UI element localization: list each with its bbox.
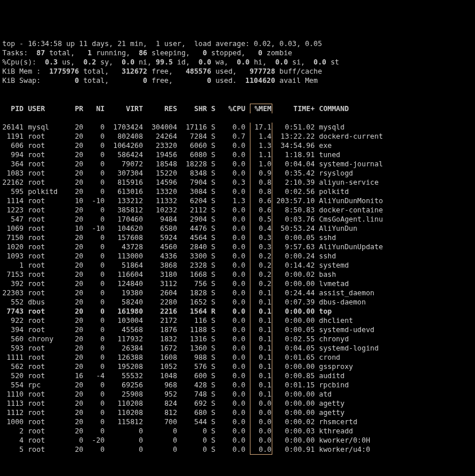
cell-res: 18548 bbox=[147, 159, 177, 169]
cell-user: polkitd bbox=[28, 187, 66, 196]
cell-cpu: 0.0 bbox=[224, 417, 245, 427]
cell-pr: 20 bbox=[70, 205, 83, 215]
cell-virt: 815916 bbox=[109, 178, 143, 187]
cell-pr: 10 bbox=[70, 196, 83, 205]
cell-mem: 0.2 bbox=[250, 270, 272, 279]
cell-mem: 0.1 bbox=[250, 307, 272, 316]
cell-ni: 0 bbox=[88, 159, 105, 169]
cell-cpu: 0.0 bbox=[224, 242, 245, 252]
cell-time: 0:00.00 bbox=[276, 307, 315, 316]
cell-res: 24264 bbox=[147, 132, 177, 141]
cell-time: 0:03.76 bbox=[276, 215, 315, 224]
cell-pid: 7743 bbox=[2, 307, 24, 316]
process-row: 606 root 20 0 1064260 23320 6060 S 0.0 1… bbox=[2, 141, 468, 150]
cell-ni: 0 bbox=[88, 445, 105, 454]
cell-state: S bbox=[211, 353, 220, 362]
cell-mem: 0.1 bbox=[250, 390, 272, 399]
cell-pr: 20 bbox=[70, 252, 83, 261]
cell-virt: 170460 bbox=[109, 215, 143, 224]
cell-mem: 0.3 bbox=[250, 242, 272, 252]
process-row: 595 polkitd 20 0 613016 13320 3084 S 0.0… bbox=[2, 187, 468, 196]
cell-time: 9:57.63 bbox=[276, 242, 315, 252]
cell-res: 304004 bbox=[147, 123, 177, 132]
cell-command: lvmetad bbox=[319, 279, 404, 288]
cell-virt: 69256 bbox=[109, 380, 143, 390]
cell-command: exe bbox=[319, 141, 404, 150]
cell-pid: 26141 bbox=[2, 123, 24, 132]
cell-shr: 1360 bbox=[181, 344, 207, 353]
cell-time: 0:00.03 bbox=[276, 427, 315, 436]
cell-user: dbus bbox=[28, 298, 66, 307]
cell-shr: 428 bbox=[181, 380, 207, 390]
cell-ni: 0 bbox=[88, 298, 105, 307]
cell-cpu: 0.0 bbox=[224, 141, 245, 150]
cell-pr: 20 bbox=[70, 261, 83, 270]
cell-res: 0 bbox=[147, 427, 177, 436]
cell-mem: 0.2 bbox=[250, 261, 272, 270]
cell-time: 0:00.85 bbox=[276, 371, 315, 380]
cell-shr: 2904 bbox=[181, 215, 207, 224]
cell-time: 0:00.24 bbox=[276, 252, 315, 261]
cell-ni: 0 bbox=[88, 279, 105, 288]
cell-pid: 547 bbox=[2, 215, 24, 224]
cell-state: S bbox=[211, 242, 220, 252]
cell-command: systemd-logind bbox=[319, 344, 404, 353]
cell-command: rsyslogd bbox=[319, 169, 404, 178]
cell-shr: 7284 bbox=[181, 132, 207, 141]
cell-ni: 0 bbox=[88, 141, 105, 150]
cell-pr: 20 bbox=[70, 362, 83, 371]
cell-command: AliYunDunMonito bbox=[319, 196, 404, 205]
cell-cpu: 0.0 bbox=[224, 215, 245, 224]
cell-cpu: 0.0 bbox=[224, 353, 245, 362]
cell-pid: 1111 bbox=[2, 353, 24, 362]
cell-user: root bbox=[28, 233, 66, 242]
cell-ni: -20 bbox=[88, 436, 105, 445]
cell-res: 824 bbox=[147, 399, 177, 408]
cell-time: 0:02.55 bbox=[276, 334, 315, 344]
cell-time: 0:00.00 bbox=[276, 316, 315, 325]
cell-ni: 0 bbox=[88, 390, 105, 399]
cell-ni: 0 bbox=[88, 399, 105, 408]
cell-pr: 20 bbox=[70, 132, 83, 141]
cell-command: agetty bbox=[319, 408, 404, 417]
cell-command: bash bbox=[319, 270, 404, 279]
cell-virt: 113000 bbox=[109, 252, 143, 261]
cell-res: 1048 bbox=[147, 371, 177, 380]
cell-pr: 20 bbox=[70, 159, 83, 169]
cell-user: root bbox=[28, 325, 66, 334]
cell-virt: 79072 bbox=[109, 159, 143, 169]
process-row: 2 root 20 0 0 0 0 S 0.0 0.0 0:00.03 kthr… bbox=[2, 427, 468, 436]
cell-cpu: 0.0 bbox=[224, 380, 245, 390]
cell-res: 0 bbox=[147, 445, 177, 454]
cell-ni: 0 bbox=[88, 325, 105, 334]
cell-shr: 1564 bbox=[181, 307, 207, 316]
cell-virt: 26384 bbox=[109, 344, 143, 353]
cell-pid: 1083 bbox=[2, 169, 24, 178]
cell-shr: 2112 bbox=[181, 205, 207, 215]
cell-cpu: 0.0 bbox=[224, 252, 245, 261]
cell-time: 13:22.22 bbox=[276, 132, 315, 141]
cell-res: 812 bbox=[147, 408, 177, 417]
cell-mem: 0.9 bbox=[250, 169, 272, 178]
cell-mem: 0.8 bbox=[250, 178, 272, 187]
cell-res: 3180 bbox=[147, 270, 177, 279]
cell-pr: 20 bbox=[70, 169, 83, 178]
process-row: 1 root 20 0 51864 3868 2328 S 0.0 0.2 0:… bbox=[2, 261, 468, 270]
cell-ni: -10 bbox=[88, 224, 105, 233]
cell-user: root bbox=[28, 159, 66, 169]
cell-state: S bbox=[211, 270, 220, 279]
process-row: 7153 root 20 0 116604 3180 1668 S 0.0 0.… bbox=[2, 270, 468, 279]
cell-ni: 0 bbox=[88, 417, 105, 427]
cell-command: kworker/u4:0 bbox=[319, 445, 404, 454]
cell-cpu: 0.7 bbox=[224, 132, 245, 141]
cell-ni: 0 bbox=[88, 334, 105, 344]
cell-ni: 0 bbox=[88, 288, 105, 298]
cell-pr: 20 bbox=[70, 417, 83, 427]
cell-state: S bbox=[211, 316, 220, 325]
cell-pr: 20 bbox=[70, 233, 83, 242]
cell-command: sshd bbox=[319, 233, 404, 242]
cell-ni: 0 bbox=[88, 316, 105, 325]
cell-user: root bbox=[28, 371, 66, 380]
cell-mem: 0.1 bbox=[250, 316, 272, 325]
cell-shr: 6060 bbox=[181, 141, 207, 150]
